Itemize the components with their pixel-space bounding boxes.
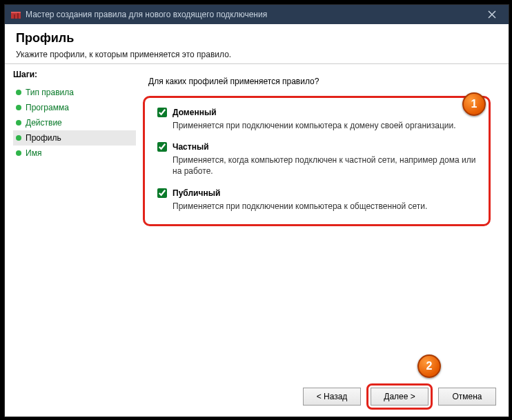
profile-options-group: 1 ДоменныйПрименяется при подключении ко…: [143, 96, 491, 226]
profile-checkbox-1[interactable]: [157, 142, 167, 152]
profile-desc: Применяется, когда компьютер подключен к…: [173, 154, 476, 177]
profile-desc: Применяется при подключении компьютера к…: [173, 201, 476, 212]
step-bullet-icon: [16, 120, 21, 126]
profile-option-1: ЧастныйПрименяется, когда компьютер подк…: [157, 142, 476, 177]
profile-option-2: ПубличныйПрименяется при подключении ком…: [157, 188, 476, 212]
step-4[interactable]: Имя: [13, 146, 136, 161]
step-bullet-icon: [16, 135, 21, 141]
profile-prompt: Для каких профилей применяется правило?: [148, 77, 496, 86]
page-subtitle: Укажите профили, к которым применяется э…: [16, 50, 498, 59]
svg-rect-2: [14, 14, 15, 19]
profile-desc: Применяется при подключении компьютера к…: [173, 120, 476, 131]
footer: 2 < Назад Далее > Отмена: [5, 377, 509, 417]
page-title: Профиль: [16, 31, 498, 46]
wizard-window: Мастер создания правила для нового входя…: [4, 4, 509, 417]
header: Профиль Укажите профили, к которым приме…: [5, 24, 509, 63]
titlebar: Мастер создания правила для нового входя…: [5, 5, 509, 24]
profile-option-0: ДоменныйПрименяется при подключении комп…: [157, 108, 476, 131]
firewall-icon: [10, 9, 21, 20]
next-button[interactable]: Далее >: [371, 388, 429, 406]
step-label: Тип правила: [26, 88, 74, 97]
step-label: Программа: [26, 103, 69, 112]
steps-panel: Шаги: Тип правилаПрограммаДействиеПрофил…: [5, 64, 136, 377]
annotation-badge-1: 1: [462, 92, 486, 116]
main-panel: Для каких профилей применяется правило? …: [136, 64, 509, 377]
step-label: Действие: [26, 118, 62, 128]
svg-rect-1: [11, 12, 21, 13]
profile-checkbox-0[interactable]: [157, 108, 167, 117]
window-title: Мастер создания правила для нового входя…: [26, 10, 267, 19]
profile-name: Публичный: [173, 188, 220, 198]
step-bullet-icon: [16, 150, 21, 156]
annotation-badge-2: 2: [417, 354, 441, 378]
step-1[interactable]: Программа: [13, 100, 136, 115]
step-label: Профиль: [26, 133, 61, 143]
profile-name: Частный: [173, 142, 209, 152]
step-2[interactable]: Действие: [13, 115, 136, 130]
profile-checkbox-2[interactable]: [157, 188, 167, 198]
step-3: Профиль: [13, 130, 136, 146]
svg-rect-3: [17, 13, 19, 19]
step-bullet-icon: [16, 105, 21, 110]
step-bullet-icon: [16, 90, 21, 95]
back-button[interactable]: < Назад: [303, 388, 361, 406]
profile-name: Доменный: [173, 108, 217, 117]
close-button[interactable]: [478, 5, 506, 24]
cancel-button[interactable]: Отмена: [438, 388, 496, 406]
step-label: Имя: [26, 148, 41, 158]
step-0[interactable]: Тип правила: [13, 85, 136, 100]
steps-heading: Шаги:: [13, 70, 136, 79]
next-button-highlight: Далее >: [366, 383, 433, 410]
